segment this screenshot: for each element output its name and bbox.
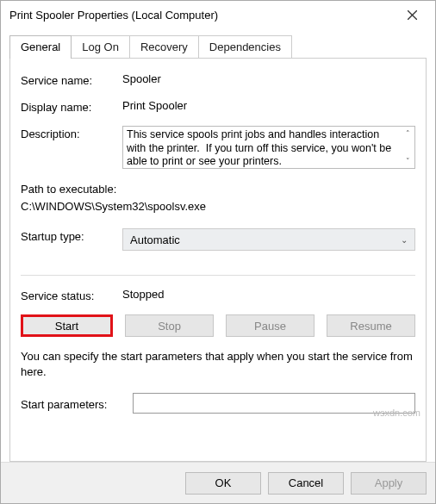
pause-button: Pause [226,314,315,337]
description-scrollbar[interactable]: ˄ ˅ [401,127,414,168]
scroll-up-icon[interactable]: ˄ [402,127,414,140]
window-title: Print Spooler Properties (Local Computer… [9,9,394,22]
path-block: Path to executable: C:\WINDOWS\System32\… [21,181,415,215]
service-status-label: Service status: [21,288,122,302]
dialog-footer: OK Cancel Apply [1,462,435,503]
scroll-track[interactable] [402,140,414,154]
tab-panel-general: Service name: Spooler Display name: Prin… [9,58,427,462]
display-name-label: Display name: [21,99,122,114]
watermark-text: wsxdn.com [373,408,420,418]
stop-button: Stop [125,314,214,337]
apply-button: Apply [351,472,427,495]
tab-logon[interactable]: Log On [71,35,130,58]
properties-window: Print Spooler Properties (Local Computer… [0,0,436,504]
description-label: Description: [21,126,122,140]
tab-recovery[interactable]: Recovery [129,35,199,58]
service-status-value: Stopped [122,288,415,301]
start-button[interactable]: Start [21,314,113,337]
path-value: C:\WINDOWS\System32\spoolsv.exe [21,198,415,215]
tab-strip: General Log On Recovery Dependencies [9,35,427,58]
scroll-down-icon[interactable]: ˅ [402,154,414,168]
service-name-label: Service name: [21,72,122,87]
tab-dependencies[interactable]: Dependencies [198,35,292,58]
tab-general[interactable]: General [9,35,72,59]
ok-button[interactable]: OK [185,472,261,495]
titlebar: Print Spooler Properties (Local Computer… [1,1,435,28]
description-text: This service spools print jobs and handl… [123,127,401,168]
path-label: Path to executable: [21,181,415,198]
service-control-buttons: Start Stop Pause Resume [21,314,415,337]
display-name-value: Print Spooler [122,99,415,112]
divider [21,275,415,276]
cancel-button[interactable]: Cancel [268,472,344,495]
close-button[interactable] [394,3,430,27]
startup-type-label: Startup type: [21,228,122,243]
startup-type-value: Automatic [130,233,180,246]
start-params-label: Start parameters: [21,396,133,411]
start-params-note: You can specify the start parameters tha… [21,349,415,379]
chevron-down-icon: ⌄ [401,235,408,245]
close-icon [408,10,417,20]
dialog-body: General Log On Recovery Dependencies Ser… [1,28,435,462]
description-box: This service spools print jobs and handl… [122,126,415,169]
service-name-value: Spooler [122,72,415,85]
startup-type-combo[interactable]: Automatic ⌄ [122,228,415,251]
resume-button: Resume [327,314,415,337]
